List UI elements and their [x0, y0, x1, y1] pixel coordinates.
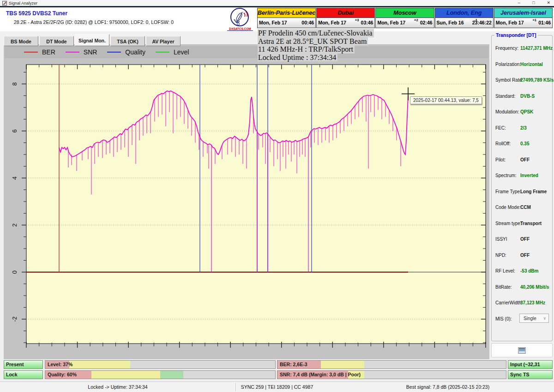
transponder-row-fec: FEC:2/3: [492, 121, 552, 137]
svg-text:2: 2: [11, 223, 18, 226]
clock-body: Mon, Feb 17+101:46: [494, 18, 552, 28]
bar-segment: [364, 371, 506, 379]
transponder-row-code-mode: Code Mode:CCM: [492, 200, 552, 216]
satellite-dish-icon: [227, 7, 253, 28]
world-clocks: Berlin-Paris-LučenecMon, Feb 1700:46Duba…: [257, 8, 553, 28]
clock-utc-offset: +2: [414, 18, 418, 22]
bar-segment: [69, 361, 130, 368]
transponder-value: Inverted: [520, 173, 538, 178]
quality-bar: Quality: 60%: [45, 370, 276, 379]
clock-moscow: MoscowMon, Feb 17+202:46: [375, 8, 434, 28]
tab-signal-mon[interactable]: Signal Mon.: [75, 34, 109, 46]
tab-bs-mode[interactable]: BS Mode: [4, 36, 38, 46]
transponder-row-rolloff: RollOff:0.35: [492, 137, 552, 153]
transponder-value: QPSK: [520, 109, 533, 114]
window-title: Signal Analyzer: [9, 1, 37, 6]
bar-segment: [91, 371, 160, 379]
minimize-button[interactable]: –: [518, 0, 520, 6]
transponder-label: Spectrum:: [495, 173, 517, 178]
clock-date: Mon, Feb 17: [377, 20, 405, 25]
clock-body: Mon, Feb 17+303:46: [317, 18, 374, 28]
transponder-label: FEC:: [495, 125, 506, 131]
overlay-line-uptime: Locked Uptime : 37:34:34: [258, 53, 337, 62]
overlay-line-frequency: 11 426 MHz-H : TRP/TalkSport: [258, 45, 355, 53]
transponder-value: 0.35: [520, 141, 529, 146]
logo-text: DXSATCS.COM: [227, 27, 253, 31]
transponder-rows: Frequency:11427,371 MHzPolarization:Hori…: [492, 41, 552, 327]
signal-analyzer-window: Signal Analyzer – □ ✕ TBS 5925 DVBS2 Tun…: [0, 0, 554, 392]
clock-utc-offset: +1: [532, 18, 536, 22]
clock-utc-offset: +3: [355, 18, 359, 22]
svg-text:6: 6: [11, 129, 18, 132]
svg-text:-2: -2: [11, 316, 18, 322]
chart-tooltip: 2025-02-17 00.44.13, value: 7,5: [410, 96, 482, 104]
clock-city: Moscow: [376, 8, 434, 18]
sync-ts-indicator: Sync TS: [508, 370, 553, 379]
app-icon: [2, 1, 7, 6]
input-indicator: Input (~32,31 Mbps): [508, 360, 553, 369]
header: TBS 5925 DVBS2 Tuner 28.2E - Astra 2E/2F…: [0, 7, 554, 31]
transponder-row-pilot: Pilot:OFF: [492, 153, 552, 169]
clock-time: 23:46:22: [472, 20, 492, 25]
status-separator: [235, 383, 236, 392]
clock-time: 03:46: [361, 20, 373, 25]
transponder-row-modulation: Modulation:QPSK: [492, 105, 552, 121]
transponder-label: ISSYI: [495, 237, 507, 242]
tab-tsa-ok[interactable]: TSA (OK): [110, 36, 145, 46]
mis-selected-value: Single: [524, 316, 536, 321]
bar-segment: [130, 361, 275, 368]
tab-dt-mode[interactable]: DT Mode: [39, 36, 74, 46]
clock-jerusalem-israel: Jerusalem-IsraelMon, Feb 17+101:46: [494, 8, 553, 28]
transponder-value: Horizontal: [520, 62, 543, 67]
dxsatcs-logo: DXSATCS.COM: [227, 7, 253, 31]
transponder-row-polarization: Polarization:Horizontal: [492, 57, 552, 73]
close-button[interactable]: ✕: [547, 0, 550, 6]
clock-date: Mon, Feb 17: [259, 20, 287, 25]
mode-tabs: BS ModeDT ModeSignal Mon.TSA (OK)AV Play…: [4, 34, 181, 46]
clock-date: Mon, Feb 17: [318, 20, 346, 25]
transponder-label: CarrierWidth:: [495, 300, 523, 305]
mis-dropdown[interactable]: Single∨: [519, 314, 549, 323]
transponder-row-rf-level: RF Level:-53 dBm: [492, 264, 552, 280]
title-bar: Signal Analyzer – □ ✕: [0, 0, 554, 7]
transponder-panel-title: Transponder [DT]: [494, 32, 538, 38]
snr-chart-plot[interactable]: 86420-2: [4, 44, 489, 359]
svg-text:4: 4: [11, 176, 18, 179]
bar-segment: [183, 371, 275, 379]
clock-city: London, Eng: [435, 8, 493, 18]
transponder-row-spectrum: Spectrum:Inverted: [492, 168, 552, 184]
status-best-signal: Best signal: 7,8 dB (2025-02-15 20:23): [406, 384, 489, 390]
ber-bar: BER: 2,6E-3: [277, 360, 506, 369]
tuner-subtitle: 28.2E - Astra 2E/2F/2G (ID: 0282) @ LOF1…: [14, 19, 174, 25]
transponder-row-mis: MIS (0):Single∨: [492, 312, 552, 328]
transponder-row-npd: NPD:OFF: [492, 248, 552, 264]
status-separator: [478, 383, 478, 392]
transponder-label: Code Mode:: [495, 205, 520, 210]
transponder-value: -53 dBm: [520, 268, 538, 273]
status-uptime: Locked -> Uptime: 37:34:34: [88, 384, 147, 390]
transponder-row-stream-type: Stream type:Transport: [492, 216, 552, 232]
transponder-label: RF Level:: [495, 268, 515, 273]
save-button[interactable]: [491, 343, 553, 357]
present-indicator: Present: [4, 360, 43, 369]
clock-dubai: DubaiMon, Feb 17+303:46: [316, 8, 375, 28]
transponder-row-issyi: ISSYIOFF: [492, 232, 552, 248]
transponder-value: OFF: [520, 237, 530, 242]
transponder-row-frequency: Frequency:11427,371 MHz: [492, 41, 552, 57]
bar-label: BER: 2,6E-3: [280, 361, 307, 368]
transponder-value: 40,206 Mbit/s: [520, 285, 549, 290]
bar-segment: [160, 371, 183, 379]
transponder-value: Transport: [520, 221, 542, 226]
clock-time: 00:46: [301, 20, 314, 25]
transponder-row-standard: Standard:DVB-S: [492, 89, 552, 105]
level-bar: Level: 37%: [45, 360, 276, 369]
transponder-label: BitRate:: [495, 285, 512, 290]
transponder-value: 27499,789 KS/s: [520, 77, 554, 83]
transponder-label: Standard:: [495, 94, 515, 99]
clock-city: Jerusalem-Israel: [494, 8, 552, 18]
tab-av-player[interactable]: AV Player: [146, 36, 181, 46]
svg-text:8: 8: [11, 82, 18, 85]
bar-segment: [321, 361, 364, 368]
maximize-button[interactable]: □: [532, 0, 535, 6]
clock-body: Sun, Feb 16-123:46:22: [435, 18, 493, 28]
